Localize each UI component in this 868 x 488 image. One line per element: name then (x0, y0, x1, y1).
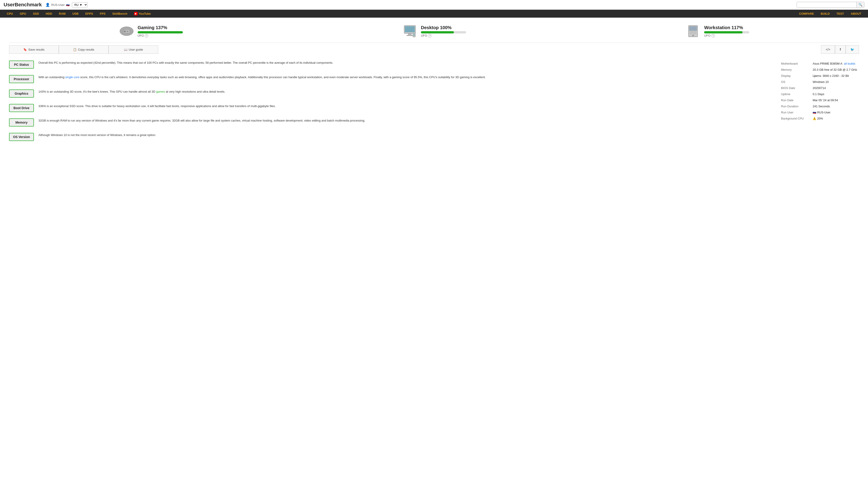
processor-item: Processor With an outstanding single cor… (9, 75, 770, 83)
svg-point-2 (124, 31, 126, 32)
svg-rect-15 (690, 33, 696, 34)
nav-ram[interactable]: RAM (56, 10, 69, 18)
save-results-button[interactable]: 🔖 Save results (9, 45, 59, 54)
os-value: Windows 10 (811, 79, 859, 85)
youtube-icon: ▶ (134, 12, 138, 15)
nav-hdd[interactable]: HDD (42, 10, 55, 18)
bgcpu-label: Background CPU (779, 116, 811, 122)
desktop-progress-bg (421, 31, 466, 33)
copy-results-button[interactable]: 📋 Copy results (59, 45, 108, 54)
gaming-score-info: Gaming 137% UFO ? (138, 25, 183, 37)
runuser-value: 🇷🇺 RUS-User (811, 109, 859, 116)
twitter-button[interactable]: 🐦 (846, 45, 859, 54)
gaming-ufo-text: UFO (138, 34, 144, 37)
search-button[interactable]: 🔍 (857, 2, 864, 7)
workstation-progress-bg (704, 31, 749, 33)
social-actions: </> f 🐦 (821, 45, 859, 54)
memory-value: 20.3 GB free of 32 GB @ 2.7 GHz (811, 67, 859, 73)
info-row-runuser: Run User 🇷🇺 RUS-User (779, 109, 859, 116)
boot-drive-badge[interactable]: Boot Drive (9, 104, 34, 112)
workstation-ufo-label: UFO ? (704, 34, 749, 37)
nav-test[interactable]: TEST (833, 10, 847, 18)
display-label: Display (779, 73, 811, 79)
status-list: PC Status Overall this PC is performing … (9, 61, 770, 147)
svg-point-16 (692, 35, 694, 36)
navigation: CPU GPU SSD HDD RAM USB EFPS FPS SkillBe… (0, 10, 868, 18)
info-row-motherboard: Motherboard Asus PRIME B365M-A all build… (779, 61, 859, 67)
user-flag: 🇷🇺 (66, 3, 70, 6)
nav-build[interactable]: BUILD (817, 10, 833, 18)
os-version-text: Although Windows 10 is not the most rece… (38, 133, 770, 137)
processor-badge[interactable]: Processor (9, 75, 34, 83)
action-row: 🔖 Save results 📋 Copy results 📖 User gui… (0, 43, 868, 56)
svg-rect-10 (413, 33, 415, 36)
language-select[interactable]: RU ▼ EN (72, 2, 88, 7)
desktop-score-title: Desktop 100% (421, 25, 466, 30)
workstation-icon (685, 24, 701, 38)
info-row-rundate: Run Date Mar 05 '24 at 09:54 (779, 97, 859, 103)
workstation-help-icon[interactable]: ? (711, 34, 715, 37)
nav-compare[interactable]: COMPARE (796, 10, 817, 18)
embed-button[interactable]: </> (821, 45, 835, 54)
nav-fps[interactable]: FPS (97, 10, 109, 18)
hero-section: Gaming 137% UFO ? (0, 18, 868, 42)
info-row-bgcpu: Background CPU ⚠️ 20% (779, 116, 859, 122)
desktop-help-icon[interactable]: ? (428, 34, 432, 37)
desktop-icon (402, 24, 418, 38)
memory-label: Memory (779, 67, 811, 73)
desktop-score-info: Desktop 100% UFO ? (421, 25, 466, 37)
gaming-score-title: Gaming 137% (138, 25, 183, 30)
graphics-text: 143% is an outstanding 3D score, it's th… (38, 90, 770, 94)
rundate-label: Run Date (779, 97, 811, 103)
facebook-icon: f (840, 48, 841, 51)
guide-icon: 📖 (124, 48, 127, 51)
nav-skillbench[interactable]: SkillBench (109, 10, 130, 18)
gaming-progress-bg (138, 31, 183, 33)
search-input[interactable] (797, 2, 857, 7)
workstation-score-title: Workstation 117% (704, 25, 749, 30)
rundate-value: Mar 05 '24 at 09:54 (811, 97, 859, 103)
graphics-badge[interactable]: Graphics (9, 90, 34, 98)
desktop-progress-fill (421, 31, 454, 33)
gaming-help-icon[interactable]: ? (145, 34, 148, 37)
search-box: 🔍 (797, 2, 864, 8)
workstation-progress-fill (704, 31, 743, 33)
info-row-bios: BIOS Date 20200714 (779, 85, 859, 91)
runduration-value: 241 Seconds (811, 103, 859, 109)
memory-badge[interactable]: Memory (9, 119, 34, 127)
user-guide-button[interactable]: 📖 User guide (108, 45, 158, 54)
os-version-badge[interactable]: OS Version (9, 133, 34, 141)
nav-youtube[interactable]: ▶ YouTube (131, 10, 154, 18)
system-info-table: Motherboard Asus PRIME B365M-A all build… (779, 61, 859, 122)
main-actions: 🔖 Save results 📋 Copy results 📖 User gui… (9, 45, 158, 54)
nav-about[interactable]: ABOUT (848, 10, 864, 18)
graphics-item: Graphics 143% is an outstanding 3D score… (9, 90, 770, 98)
svg-rect-4 (127, 31, 128, 32)
memory-text: 32GB is enough RAM to run any version of… (38, 119, 770, 123)
facebook-button[interactable]: f (835, 45, 846, 54)
uptime-label: Uptime (779, 91, 811, 97)
user-info: 👤 RUS-User 🇷🇺 (45, 3, 70, 7)
nav-ssd[interactable]: SSD (30, 10, 42, 18)
copy-icon: 📋 (73, 48, 76, 51)
nav-gpu[interactable]: GPU (17, 10, 29, 18)
boot-drive-text: 336% is an exceptional SSD score. This d… (38, 104, 770, 108)
info-row-memory: Memory 20.3 GB free of 32 GB @ 2.7 GHz (779, 67, 859, 73)
nav-efps[interactable]: EFPS (82, 10, 96, 18)
gaming-ufo-label: UFO ? (138, 34, 183, 37)
guide-label: User guide (129, 48, 143, 51)
svg-rect-12 (689, 26, 697, 31)
pc-status-badge[interactable]: PC Status (9, 61, 34, 69)
motherboard-allbuilds-link[interactable]: all builds (844, 62, 855, 65)
games-link[interactable]: games (156, 90, 165, 93)
boot-drive-item: Boot Drive 336% is an exceptional SSD sc… (9, 104, 770, 112)
svg-rect-13 (690, 31, 696, 32)
info-row-display: Display Цвета: 3840 x 2160 - 32 Bit (779, 73, 859, 79)
os-label: OS (779, 79, 811, 85)
nav-usb[interactable]: USB (69, 10, 82, 18)
pc-status-item: PC Status Overall this PC is performing … (9, 61, 770, 69)
motherboard-value: Asus PRIME B365M-A all builds (811, 61, 859, 67)
single-core-link[interactable]: single core (65, 75, 80, 79)
nav-cpu[interactable]: CPU (4, 10, 16, 18)
system-info-panel: Motherboard Asus PRIME B365M-A all build… (779, 61, 859, 147)
